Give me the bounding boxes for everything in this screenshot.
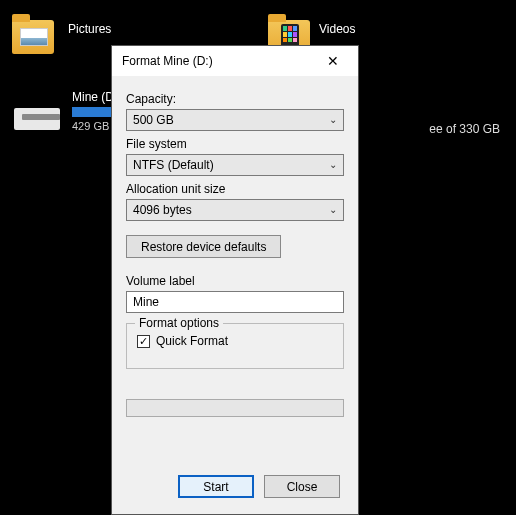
capacity-select[interactable]: 500 GB ⌄ (126, 109, 344, 131)
format-dialog: Format Mine (D:) ✕ Capacity: 500 GB ⌄ Fi… (111, 45, 359, 515)
quick-format-checkbox[interactable]: ✓ Quick Format (137, 334, 333, 348)
chevron-down-icon: ⌄ (329, 159, 337, 170)
file-explorer-window: Pictures Videos Mine (D:) 429 GB fr ee o… (0, 0, 516, 515)
filesystem-value: NTFS (Default) (133, 158, 214, 172)
capacity-value: 500 GB (133, 113, 174, 127)
folder-label-videos: Videos (319, 22, 355, 36)
chevron-down-icon: ⌄ (329, 204, 337, 215)
allocation-select[interactable]: 4096 bytes ⌄ (126, 199, 344, 221)
allocation-label: Allocation unit size (126, 182, 344, 196)
folder-pictures[interactable] (12, 20, 54, 54)
dialog-titlebar[interactable]: Format Mine (D:) ✕ (112, 46, 358, 76)
filesystem-select[interactable]: NTFS (Default) ⌄ (126, 154, 344, 176)
checkbox-icon: ✓ (137, 335, 150, 348)
drive-icon (10, 92, 66, 130)
format-options-group: Format options ✓ Quick Format (126, 323, 344, 369)
restore-defaults-button[interactable]: Restore device defaults (126, 235, 281, 258)
start-button[interactable]: Start (178, 475, 254, 498)
filesystem-label: File system (126, 137, 344, 151)
volume-label-value: Mine (133, 295, 159, 309)
capacity-label: Capacity: (126, 92, 344, 106)
allocation-value: 4096 bytes (133, 203, 192, 217)
volume-label-input[interactable]: Mine (126, 291, 344, 313)
close-button[interactable]: Close (264, 475, 340, 498)
chevron-down-icon: ⌄ (329, 114, 337, 125)
close-icon[interactable]: ✕ (314, 50, 352, 72)
dialog-title: Format Mine (D:) (122, 54, 314, 68)
quick-format-label: Quick Format (156, 334, 228, 348)
format-options-legend: Format options (135, 316, 223, 330)
volume-label-caption: Volume label (126, 274, 344, 288)
drive-free-text-right: ee of 330 GB (429, 122, 500, 136)
folder-label-pictures: Pictures (68, 22, 111, 36)
progress-bar (126, 399, 344, 417)
